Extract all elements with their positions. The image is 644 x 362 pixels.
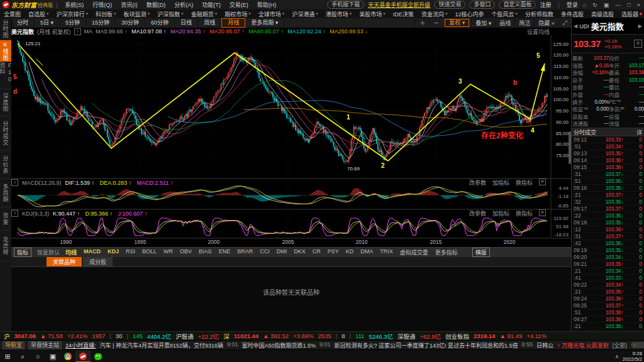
chart-tool-－[interactable]: － xyxy=(429,19,443,27)
nav-item-自选股[interactable]: 自选股▾ xyxy=(25,10,53,18)
trade-row[interactable]: 09:12103.33↑0 xyxy=(572,136,644,143)
nav-item-高级选股[interactable]: 高级选股 xyxy=(587,10,618,18)
trade-row[interactable]: :51103.38↑0 xyxy=(572,309,644,316)
trade-row[interactable]: :51103.36↓0 xyxy=(572,178,644,185)
indicator-OBV[interactable]: OBV xyxy=(180,248,192,256)
subtab-成分股[interactable]: 成分股 xyxy=(83,257,113,266)
trade-row[interactable]: :31103.37↑0 xyxy=(572,233,644,240)
nav-item-IDE决策[interactable]: IDE决策 xyxy=(389,10,418,18)
menu-item[interactable]: 交易(E) xyxy=(225,2,253,8)
trade-row[interactable]: 09:15103.38↑0 xyxy=(572,164,644,171)
fund-promo-link[interactable]: 天天基金手机版全新升级 xyxy=(368,1,430,9)
trade-row[interactable]: 09:21103.35↑0 xyxy=(572,261,644,268)
macd-tool-换指标[interactable]: 换指标 xyxy=(516,178,533,187)
trades-detail-link[interactable]: 详 xyxy=(636,128,642,136)
nav-item-沪深指数[interactable]: 沪深指数▾ xyxy=(153,10,187,18)
ticker-item[interactable]: 9:01 xyxy=(319,341,331,349)
sidebar-tab-多周期[interactable]: 多周期 xyxy=(0,179,11,207)
trade-row[interactable]: :21103.34↓0 xyxy=(572,268,644,275)
register-link[interactable]: 注册 xyxy=(540,1,551,9)
timeframe-5分钟[interactable]: 5分钟 xyxy=(60,19,86,27)
timeframe-60分钟[interactable]: 60分钟 xyxy=(145,19,175,27)
sidebar-tab-资金[interactable]: 资金 xyxy=(0,207,11,231)
menu-item[interactable]: 帮助(H) xyxy=(253,2,281,8)
timeframe-5日[interactable]: 5日 ▾ xyxy=(35,19,60,27)
nav-item-科创板[interactable]: 科创板▾ xyxy=(92,10,120,18)
menu-item[interactable]: 分析(A) xyxy=(170,2,197,8)
trade-row[interactable]: :21103.35↑0 xyxy=(572,288,644,295)
start-button[interactable]: ⊞ xyxy=(0,350,15,362)
chart-tool-隐藏 »[interactable]: 隐藏 » xyxy=(534,19,558,27)
indicator-tab-button[interactable]: 指标 xyxy=(14,248,31,257)
nav-item-资金流向[interactable]: 资金流向▾ xyxy=(418,10,452,18)
sidebar-tab-分时图[interactable]: 分时图 xyxy=(0,18,11,40)
sidebar-tab-分价表[interactable]: 分价表 xyxy=(0,151,11,179)
indicator-RSI[interactable]: RSI xyxy=(126,248,135,256)
sidebar-tab-分时成交[interactable]: 分时成交 xyxy=(0,116,11,151)
trade-row[interactable]: 09:18103.35↓0 xyxy=(572,219,644,226)
indicator-KDJ[interactable]: KDJ xyxy=(108,248,119,256)
add-to-watchlist-button[interactable]: ＋ xyxy=(634,40,642,48)
chart-tool-叠加[interactable]: 叠加 ▾ xyxy=(471,19,495,27)
indicator-DMI[interactable]: DMI xyxy=(277,248,287,256)
timeframe-周线[interactable]: 周线 xyxy=(198,19,221,27)
indicator-WR[interactable]: WR xyxy=(164,248,173,256)
trade-row[interactable]: :21103.38↓0 xyxy=(572,323,644,330)
ticker-item[interactable]: ↑ 万隆光电 火箭发射 xyxy=(557,341,609,349)
kdj-tool-改参数[interactable]: 改参数 xyxy=(469,209,486,217)
menu-item[interactable]: 行情(Q) xyxy=(88,2,116,8)
chart-scrollbar[interactable] xyxy=(569,131,571,164)
skin-icon[interactable]: ▣ xyxy=(602,2,611,8)
indicator-ENE[interactable]: ENE xyxy=(219,248,231,256)
live-label[interactable]: 24小时直播: xyxy=(65,341,96,349)
trade-row[interactable]: 09:27103.39↑0 xyxy=(572,316,644,323)
close-button[interactable]: × xyxy=(636,2,641,8)
eastmoney-app-icon[interactable] xyxy=(75,350,91,362)
trades-list[interactable]: 09:12103.33↑0:51103.34↑009:13103.35↑009:… xyxy=(572,136,644,332)
timeframe-更多周期[interactable]: 更多周期 ▾ xyxy=(245,19,284,27)
chart-tool-⤢[interactable]: ⤢ xyxy=(558,19,571,26)
trade-row[interactable]: :51103.34↑0 xyxy=(572,143,644,150)
maximize-button[interactable]: □ xyxy=(626,2,631,8)
indicator-CCI[interactable]: CCI xyxy=(260,248,270,256)
chrome-icon[interactable] xyxy=(60,350,75,362)
trade-row[interactable]: 09:17103.37↑0 xyxy=(572,206,644,212)
indicator-均线[interactable]: 均线 xyxy=(65,248,77,256)
indicator-CR[interactable]: CR xyxy=(313,248,321,256)
menu-item[interactable]: 数据(D) xyxy=(142,2,170,8)
nav-item-沪深京排行[interactable]: 沪深京排行▾ xyxy=(53,10,92,18)
menu-item[interactable]: 资讯(I) xyxy=(116,2,142,8)
kdj-tool-换指标[interactable]: 换指标 xyxy=(516,209,533,217)
morning-report-tag[interactable]: 早盘快主站 xyxy=(28,341,62,349)
trade-row[interactable]: :42103.36↓0 xyxy=(572,240,644,247)
ticker-item[interactable]: 日韩公 xyxy=(536,341,553,349)
indicator-更多指标[interactable]: 更多指标 xyxy=(435,248,458,256)
timeframe-15分钟[interactable]: 15分钟 xyxy=(86,19,116,27)
nav-item-条件选股[interactable]: 条件选股 xyxy=(557,10,587,18)
nav-item-12核心内参[interactable]: 12核心内参 xyxy=(451,10,487,18)
layout-toggle-button[interactable]: 横版 xyxy=(472,248,490,257)
indicator-MACD[interactable]: MACD xyxy=(84,248,101,256)
nav-item-分析师指数[interactable]: 分析师指数 xyxy=(521,10,557,18)
taskbar-clock[interactable]: ∧ 9:28 2022/5/2 xyxy=(615,351,644,362)
ma-settings-link[interactable]: 设置均线 xyxy=(527,28,571,35)
nav-item-全景图[interactable]: 全景图 xyxy=(0,10,25,18)
timeframe-分时[interactable]: 分时 xyxy=(11,19,35,27)
chart-tool-简洁[interactable]: 简洁 xyxy=(514,19,534,27)
next-symbol-arrow[interactable]: ▶ xyxy=(636,23,644,29)
nav-item-金融期货[interactable]: 金融期货▾ xyxy=(187,10,221,18)
chart-tool-＋[interactable]: ＋ xyxy=(415,19,429,27)
indicator-BIAS[interactable]: BIAS xyxy=(199,248,212,256)
indicator-TRIX[interactable]: TRIX xyxy=(380,248,393,256)
trade-row[interactable]: 09:24103.36↑0 xyxy=(572,295,644,302)
minimize-button[interactable]: — xyxy=(614,2,622,8)
timeframe-月线[interactable]: 月线 xyxy=(221,18,245,28)
nav-item-选股器[interactable]: 选股器 xyxy=(618,10,644,18)
trade-row[interactable]: :41103.33↓0 xyxy=(572,275,644,282)
custom-panel-button[interactable]: 自定义面板 xyxy=(499,1,536,9)
indicator-DKX[interactable]: DKX xyxy=(294,248,306,256)
refresh-icon[interactable]: ↻ xyxy=(591,2,599,8)
task-view-icon[interactable]: ▣ xyxy=(45,350,60,362)
trade-row[interactable]: 09:19103.35↓0 xyxy=(572,247,644,254)
trade-row[interactable]: :21103.37↑0 xyxy=(572,192,644,199)
